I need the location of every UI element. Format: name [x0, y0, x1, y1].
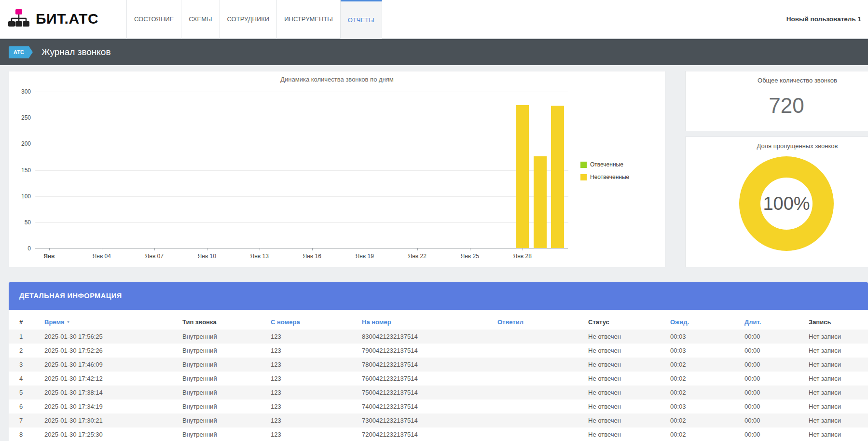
table-cell: Не отвечен — [584, 344, 666, 358]
table-row[interactable]: 32025-01-30 17:46:09Внутренний1237800421… — [9, 358, 868, 372]
table-cell: 2 — [9, 344, 41, 358]
table-cell: 6 — [9, 400, 41, 413]
column-header[interactable]: Время▼ — [41, 315, 179, 330]
table-cell: 123 — [267, 372, 358, 386]
tab-otchety[interactable]: ОТЧЕТЫ — [341, 0, 382, 39]
table-cell: Нет записи — [805, 400, 868, 413]
table-cell: Внутренний — [179, 358, 267, 372]
x-axis-tick-label: Янв 22 — [408, 253, 427, 260]
sort-icon: ▼ — [67, 320, 70, 324]
table-cell: Внутренний — [179, 413, 267, 427]
y-axis-tick-label: 50 — [9, 219, 31, 226]
user-menu[interactable]: Новый пользователь 1 — [786, 0, 861, 39]
table-row[interactable]: 62025-01-30 17:34:19Внутренний1237400421… — [9, 400, 868, 413]
gridline — [35, 196, 568, 197]
ats-badge[interactable]: АТС — [9, 46, 29, 58]
chart-bar — [534, 156, 547, 248]
table-cell: Внутренний — [179, 386, 267, 400]
breadcrumb: АТС Журнал звонков — [0, 39, 868, 65]
table-cell: Не отвечен — [584, 330, 666, 344]
y-axis-tick-label: 250 — [9, 114, 31, 121]
table-row[interactable]: 12025-01-30 17:56:25Внутренний1238300421… — [9, 330, 868, 344]
missed-share-panel: Доля пропущенных звонков 100% — [685, 137, 868, 267]
table-cell: 7600421232137514 — [358, 372, 494, 386]
table-cell: Не отвечен — [584, 358, 666, 372]
table-cell — [494, 358, 584, 372]
table-cell: 7900421232137514 — [358, 344, 494, 358]
table-cell: 7 — [9, 413, 41, 427]
column-header[interactable]: Длит. — [741, 315, 805, 330]
table-cell — [494, 372, 584, 386]
table-cell: 123 — [267, 427, 358, 441]
table-cell: 00:02 — [666, 386, 741, 400]
x-axis-tick-mark — [154, 248, 155, 250]
table-cell: 00:00 — [741, 413, 805, 427]
table-cell: 00:00 — [741, 386, 805, 400]
table-cell: 5 — [9, 386, 41, 400]
x-axis-tick-mark — [207, 248, 207, 250]
details-header: ДЕТАЛЬНАЯ ИНФОРМАЦИЯ — [9, 282, 868, 310]
table-cell: Не отвечен — [584, 400, 666, 413]
table-row[interactable]: 72025-01-30 17:30:21Внутренний1237300421… — [9, 413, 868, 427]
table-cell: 7300421232137514 — [358, 413, 494, 427]
y-axis-tick-label: 300 — [9, 88, 31, 95]
nav-tabs: СОСТОЯНИЕ СХЕМЫ СОТРУДНИКИ ИНСТРУМЕНТЫ О… — [126, 0, 382, 39]
table-cell: Нет записи — [805, 413, 868, 427]
table-cell: 123 — [267, 413, 358, 427]
table-cell: 7400421232137514 — [358, 400, 494, 413]
chart-plot: 050100150200250300ЯнвЯнв 04Янв 07Янв 10Я… — [35, 92, 568, 248]
column-header[interactable]: На номер — [358, 315, 494, 330]
chart-panel: Динамика количества звонков по дням 0501… — [9, 71, 665, 267]
table-cell: 7500421232137514 — [358, 386, 494, 400]
tab-sotrudniki[interactable]: СОТРУДНИКИ — [220, 0, 277, 39]
legend-label: Неотвеченные — [590, 174, 629, 180]
app-logo[interactable]: БИТ.АТС — [8, 8, 98, 29]
table-cell: Не отвечен — [584, 386, 666, 400]
details-panel: ДЕТАЛЬНАЯ ИНФОРМАЦИЯ #Время▼Тип звонкаС … — [9, 282, 868, 441]
table-cell: 2025-01-30 17:34:19 — [41, 400, 179, 413]
table-cell — [494, 330, 584, 344]
tab-skhemy[interactable]: СХЕМЫ — [181, 0, 220, 39]
column-header[interactable]: С номера — [267, 315, 358, 330]
gridline — [35, 92, 568, 92]
legend-swatch-icon — [580, 162, 587, 168]
table-cell: 00:00 — [741, 344, 805, 358]
table-cell: 123 — [267, 330, 358, 344]
gridline — [35, 222, 568, 223]
table-cell: Внутренний — [179, 344, 267, 358]
gridline — [35, 118, 568, 118]
total-calls-title: Общее количество звонков — [707, 77, 868, 84]
column-header[interactable]: Ожид. — [666, 315, 741, 330]
tab-instrumenty[interactable]: ИНСТРУМЕНТЫ — [277, 0, 341, 39]
table-row[interactable]: 22025-01-30 17:52:26Внутренний1237900421… — [9, 344, 868, 358]
table-cell: 2025-01-30 17:42:12 — [41, 372, 179, 386]
tab-sostoyanie[interactable]: СОСТОЯНИЕ — [126, 0, 181, 39]
x-axis-tick-mark — [102, 248, 102, 250]
table-cell: 2025-01-30 17:25:30 — [41, 427, 179, 441]
chart-legend: ОтвеченныеНеотвеченные — [580, 161, 629, 180]
table-cell — [494, 413, 584, 427]
table-cell — [494, 386, 584, 400]
page-title: Журнал звонков — [41, 47, 110, 57]
org-chart-logo-icon — [8, 8, 30, 29]
calls-table: #Время▼Тип звонкаС номераНа номерОтветил… — [9, 315, 868, 441]
table-cell: 00:00 — [741, 358, 805, 372]
table-cell: 00:02 — [666, 413, 741, 427]
legend-swatch-icon — [580, 174, 587, 180]
table-cell: Внутренний — [179, 427, 267, 441]
table-row[interactable]: 82025-01-30 17:25:30Внутренний1237200421… — [9, 427, 868, 441]
table-row[interactable]: 52025-01-30 17:38:14Внутренний1237500421… — [9, 386, 868, 400]
column-header[interactable]: Ответил — [494, 315, 584, 330]
table-row[interactable]: 42025-01-30 17:42:12Внутренний1237600421… — [9, 372, 868, 386]
x-axis-tick-label: Янв 13 — [250, 253, 269, 260]
table-cell: 00:02 — [666, 372, 741, 386]
legend-item: Неотвеченные — [580, 174, 629, 180]
table-cell: Не отвечен — [584, 372, 666, 386]
table-cell: Не отвечен — [584, 413, 666, 427]
table-cell: 00:03 — [666, 400, 741, 413]
table-cell: 123 — [267, 344, 358, 358]
column-header: Статус — [584, 315, 666, 330]
table-body: 12025-01-30 17:56:25Внутренний1238300421… — [9, 330, 868, 441]
table-cell — [494, 400, 584, 413]
table-cell: 8300421232137514 — [358, 330, 494, 344]
